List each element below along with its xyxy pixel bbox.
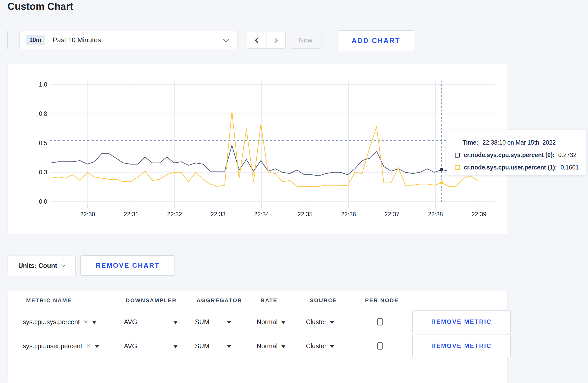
caret-down-icon: [281, 321, 286, 324]
clear-icon[interactable]: ×: [84, 318, 88, 326]
time-range-dropdown[interactable]: 10m Past 10 Minutes: [19, 31, 237, 49]
tooltip-value-user: 0.1601: [561, 164, 579, 171]
remove-metric-button[interactable]: REMOVE METRIC: [412, 335, 511, 357]
remove-chart-button[interactable]: REMOVE CHART: [80, 255, 175, 276]
caret-down-icon: [173, 345, 178, 348]
x-axis-label: 22:30: [80, 211, 95, 218]
metrics-table-header: METRIC NAME DOWNSAMPLER AGGREGATOR RATE …: [8, 290, 507, 309]
y-axis-label: 0.3: [39, 169, 47, 176]
chevron-left-icon: [255, 37, 260, 43]
downsampler-value: AVG: [124, 318, 137, 326]
per-node-checkbox[interactable]: [377, 318, 383, 325]
x-axis-label: 22:31: [124, 211, 139, 218]
header-aggregator: AGGREGATOR: [197, 297, 242, 303]
page-title: Custom Chart: [8, 1, 73, 12]
hover-point: [440, 181, 443, 184]
metric-name-value: sys.cpu.sys.percent: [23, 318, 80, 326]
caret-down-icon: [227, 345, 231, 348]
metric-name-value: sys.cpu.user.percent: [23, 342, 82, 350]
chevron-down-icon: [223, 36, 229, 42]
y-axis-label: 0.8: [39, 110, 47, 117]
time-range-badge: 10m: [26, 35, 45, 45]
x-axis-label: 22:39: [472, 211, 487, 218]
header-per-node: PER NODE: [365, 297, 399, 303]
header-source: SOURCE: [310, 297, 337, 303]
aggregator-value: SUM: [195, 342, 209, 350]
tooltip-metric-user: cr.node.sys.cpu.user.percent (1):: [464, 164, 557, 171]
chart-svg: 0.00.30.50.81.022:3022:3122:3222:3322:34…: [8, 64, 507, 235]
aggregator-value: SUM: [195, 318, 209, 326]
aggregator-select[interactable]: SUM: [195, 335, 231, 357]
add-chart-button[interactable]: ADD CHART: [338, 30, 414, 51]
caret-down-icon: [281, 345, 286, 348]
table-row: sys.cpu.user.percent × AVG SUM Normal Cl…: [8, 335, 507, 357]
x-axis-label: 22:35: [298, 211, 313, 218]
x-axis-label: 22:34: [254, 211, 269, 218]
caret-down-icon: [227, 321, 231, 324]
caret-down-icon: [92, 321, 97, 324]
chart-card[interactable]: 0.00.30.50.81.022:3022:3122:3222:3322:34…: [8, 64, 507, 235]
now-button[interactable]: Now: [290, 32, 321, 49]
metric-name-select[interactable]: sys.cpu.sys.percent ×: [23, 310, 97, 333]
source-select[interactable]: Cluster: [306, 310, 334, 333]
units-dropdown[interactable]: Units: Count: [8, 255, 76, 276]
caret-down-icon: [95, 345, 99, 348]
remove-metric-button[interactable]: REMOVE METRIC: [412, 310, 511, 333]
x-axis-label: 22:36: [341, 211, 356, 218]
metrics-table: METRIC NAME DOWNSAMPLER AGGREGATOR RATE …: [8, 290, 508, 383]
caret-down-icon: [173, 321, 178, 324]
header-rate: RATE: [261, 297, 278, 303]
chart-tooltip: Time: 22:38:10 on Mar 15th, 2022 cr.node…: [447, 130, 586, 175]
tooltip-time-label: Time:: [463, 139, 478, 146]
chevron-down-icon: [61, 263, 66, 267]
y-axis-label: 0.5: [39, 140, 47, 146]
tooltip-time-value: 22:38:10 on Mar 15th, 2022: [482, 139, 556, 146]
tooltip-value-sys: 0.2732: [558, 152, 576, 159]
header-metric-name: METRIC NAME: [26, 297, 72, 303]
x-axis-label: 22:32: [167, 211, 182, 218]
x-axis-label: 22:38: [428, 211, 443, 218]
series-swatch-user: [455, 165, 460, 170]
x-axis-label: 22:33: [211, 211, 226, 218]
time-range-label: Past 10 Minutes: [53, 36, 101, 44]
series-line: [51, 111, 478, 186]
downsampler-value: AVG: [124, 342, 137, 350]
hover-point: [440, 168, 443, 171]
aggregator-select[interactable]: SUM: [195, 310, 231, 333]
step-forward-button[interactable]: [266, 32, 285, 48]
source-value: Cluster: [306, 318, 326, 326]
rate-value: Normal: [257, 342, 278, 350]
source-select[interactable]: Cluster: [306, 335, 334, 357]
step-back-button[interactable]: [247, 32, 266, 48]
rate-select[interactable]: Normal: [257, 335, 286, 357]
caret-down-icon: [330, 321, 334, 324]
downsampler-select[interactable]: AVG: [124, 310, 178, 333]
header-downsampler: DOWNSAMPLER: [126, 297, 177, 303]
tooltip-metric-sys: cr.node.sys.cpu.sys.percent (0):: [464, 152, 555, 159]
series-swatch-sys: [455, 153, 460, 158]
caret-down-icon: [330, 345, 334, 348]
rate-select[interactable]: Normal: [257, 310, 286, 333]
y-axis-label: 0.0: [39, 198, 47, 205]
chevron-right-icon: [272, 37, 278, 43]
table-row: sys.cpu.sys.percent × AVG SUM Normal Clu…: [8, 310, 507, 333]
time-step-buttons: [247, 32, 286, 49]
downsampler-select[interactable]: AVG: [124, 335, 178, 357]
per-node-checkbox[interactable]: [377, 342, 383, 350]
clear-icon[interactable]: ×: [86, 342, 90, 350]
y-axis-label: 1.0: [39, 81, 47, 88]
metric-name-select[interactable]: sys.cpu.user.percent ×: [23, 335, 99, 357]
units-label: Units: Count: [18, 262, 57, 269]
toolbar-left-divider: [7, 31, 8, 49]
x-axis-label: 22:37: [384, 211, 400, 218]
rate-value: Normal: [257, 318, 278, 326]
source-value: Cluster: [306, 342, 326, 350]
